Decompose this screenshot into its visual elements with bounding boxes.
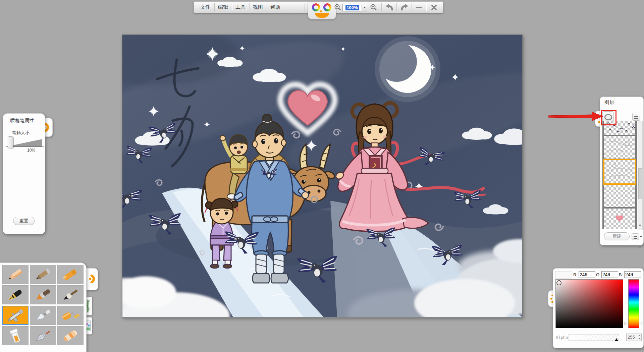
zoom-out-icon <box>334 4 341 11</box>
zoom-out-button[interactable] <box>333 3 342 12</box>
blue-value-input[interactable] <box>624 271 641 278</box>
tool-ink-brush[interactable] <box>57 285 84 304</box>
scroll-up-icon[interactable] <box>639 246 641 248</box>
brush-properties-panel: 喷枪笔属性 笔触大小 10% 重置 <box>3 113 45 234</box>
toolbar-separator <box>426 3 426 11</box>
minimize-icon <box>416 7 422 8</box>
layer-list <box>602 121 637 229</box>
red-label: R: <box>573 272 578 277</box>
app-logo-tab[interactable] <box>308 2 336 19</box>
saturation-value-square[interactable] <box>555 279 623 328</box>
brush-size-value: 10% <box>27 148 35 153</box>
tool-palette-knife[interactable] <box>30 306 56 325</box>
toolbar-separator <box>396 3 397 11</box>
close-button[interactable] <box>428 3 440 12</box>
alpha-label: Alpha <box>556 335 568 340</box>
scrollbar-thumb[interactable] <box>638 168 642 199</box>
layers-bottom-menu-button[interactable] <box>632 233 639 240</box>
redo-icon <box>400 3 409 11</box>
toolbar-separator <box>249 3 250 11</box>
alpha-value: 255 <box>628 335 635 340</box>
spin-down-icon[interactable] <box>638 338 640 339</box>
menu-lines-icon <box>634 115 638 115</box>
toolbar-separator <box>214 3 215 11</box>
pencil-icon <box>5 267 26 283</box>
undo-icon <box>385 3 394 11</box>
zoom-level-field[interactable]: 100% <box>342 4 362 11</box>
paint-tube-icon <box>5 328 26 344</box>
palette-knife-icon <box>32 307 54 324</box>
zoom-in-icon <box>370 4 377 11</box>
layer-thumbnail-sketch[interactable] <box>604 136 635 159</box>
layer-thumbnail-selected[interactable] <box>604 160 635 184</box>
desktop: 文件 编辑 工具 视图 帮助 100% <box>0 0 644 352</box>
green-label: G: <box>596 272 601 277</box>
chevron-down-icon <box>363 7 366 8</box>
layers-panel-title: 图层 <box>604 99 614 106</box>
redo-button[interactable] <box>399 3 410 12</box>
tool-paintbrush[interactable] <box>30 285 56 304</box>
alpha-marker-icon[interactable] <box>615 338 618 341</box>
hue-marker-left-icon[interactable]: ▷ <box>625 321 627 325</box>
tool-eraser[interactable] <box>57 326 84 345</box>
alpha-spinner[interactable]: 255 <box>626 334 642 341</box>
tool-palette-panel <box>0 262 87 352</box>
toolbar-separator <box>267 3 267 11</box>
tool-charcoal-pencil[interactable] <box>30 265 56 284</box>
crayon-icon <box>60 267 81 283</box>
qixi-illustration: 七夕 <box>122 35 522 317</box>
reset-button[interactable]: 重置 <box>13 217 35 225</box>
blue-label: B: <box>619 272 623 277</box>
red-value-input[interactable] <box>579 271 595 278</box>
paintbrush-icon <box>32 287 54 303</box>
charcoal-pencil-icon <box>32 267 54 283</box>
green-value-input[interactable] <box>601 271 618 278</box>
tool-pencil[interactable] <box>2 265 29 284</box>
ink-brush-icon <box>60 287 81 303</box>
brush-size-slider[interactable] <box>6 136 44 149</box>
layer-thumbnail-empty[interactable] <box>604 185 635 207</box>
scroll-down-icon[interactable] <box>639 225 641 227</box>
menu-lines-icon <box>634 235 637 235</box>
tool-paint-tube[interactable] <box>2 326 29 345</box>
red-annotation-arrow <box>548 111 606 123</box>
hue-bar[interactable] <box>628 279 639 328</box>
fountain-pen-icon <box>5 287 26 303</box>
layer-menu-button[interactable] <box>632 113 640 121</box>
menu-tools[interactable]: 工具 <box>232 2 249 12</box>
layers-panel: 图层 <box>600 97 644 245</box>
airbrush-icon <box>5 307 26 324</box>
rainbow-ring-icon <box>323 3 331 11</box>
tool-airbrush-selected[interactable] <box>2 306 29 325</box>
orange-arc-icon <box>88 275 97 283</box>
minimize-button[interactable] <box>413 3 425 12</box>
new-layer-button[interactable]: 新建 <box>604 232 630 240</box>
menu-edit[interactable]: 编辑 <box>215 2 231 12</box>
main-toolbar: 文件 编辑 工具 视图 帮助 100% <box>194 1 443 13</box>
drawing-canvas[interactable]: 七夕 <box>122 35 523 317</box>
zoom-in-button[interactable] <box>369 3 379 12</box>
color-cursor[interactable] <box>556 280 561 285</box>
toolbar-separator <box>412 3 412 11</box>
layers-scrollbar[interactable] <box>638 121 643 230</box>
chevron-down-icon[interactable] <box>640 236 642 237</box>
hue-marker-right-icon[interactable]: ◁ <box>639 321 642 325</box>
current-color-swatch <box>555 271 572 279</box>
tool-paint-roller[interactable] <box>57 306 84 325</box>
eraser-icon <box>60 328 81 344</box>
zoom-level-value: 100% <box>345 5 359 10</box>
layer-thumbnail-heart[interactable] <box>604 209 635 229</box>
rainbow-logo-icon <box>312 3 320 11</box>
tool-fountain-pen[interactable] <box>2 285 29 304</box>
menu-view[interactable]: 视图 <box>250 2 266 12</box>
zoom-dropdown-button[interactable] <box>362 4 367 11</box>
toolbar-separator <box>232 3 232 11</box>
undo-button[interactable] <box>384 3 395 12</box>
slider-handle[interactable] <box>8 136 13 148</box>
spin-up-icon[interactable] <box>638 335 640 336</box>
menu-file[interactable]: 文件 <box>197 2 213 12</box>
menu-help[interactable]: 帮助 <box>267 2 283 12</box>
tool-crayon[interactable] <box>57 265 84 284</box>
tool-leaf-blade[interactable] <box>30 326 56 345</box>
alpha-slider[interactable] <box>568 334 619 341</box>
